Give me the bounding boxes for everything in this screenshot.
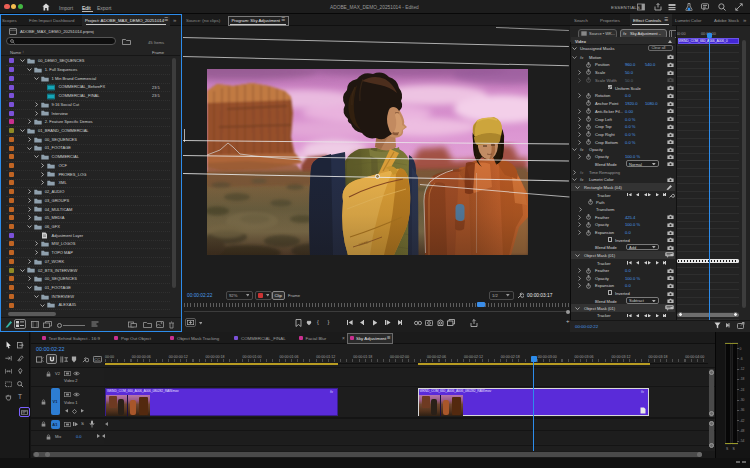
svg-text:CC: CC (94, 357, 100, 362)
